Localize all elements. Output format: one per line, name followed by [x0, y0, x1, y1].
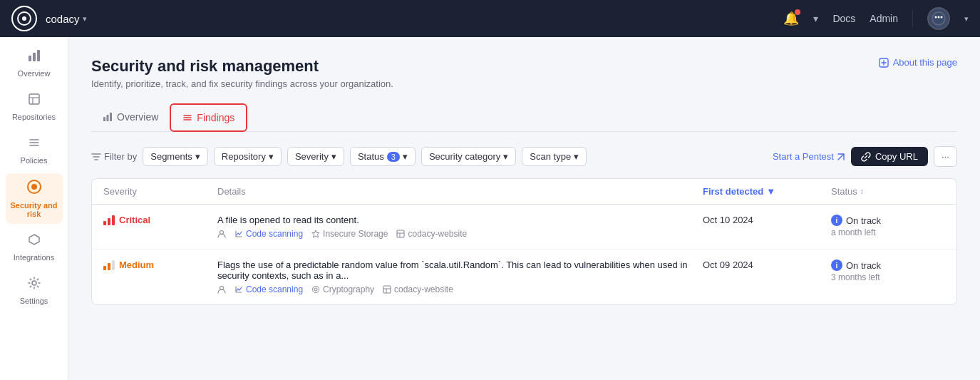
finding-meta: Code scanning Insecure Storage codacy-we…	[217, 229, 703, 239]
sidebar-item-integrations-label: Integrations	[14, 253, 54, 262]
avatar-chevron[interactable]: ▾	[964, 14, 969, 24]
integrations-icon	[27, 232, 41, 250]
tab-findings-label: Findings	[197, 112, 234, 123]
admin-link[interactable]: Admin	[870, 13, 898, 24]
copy-url-button[interactable]: Copy URL	[851, 147, 928, 166]
segments-chevron: ▾	[195, 151, 200, 162]
page-header: Security and risk management Identify, p…	[91, 57, 957, 89]
overview-icon	[27, 48, 41, 66]
findings-table: Severity Details First detected ▼ Status…	[91, 178, 957, 305]
repositories-icon	[27, 92, 41, 110]
sidebar-item-repositories-label: Repositories	[12, 113, 56, 121]
severity-cell: Critical	[103, 215, 217, 225]
status-info-text: 3 months left	[831, 272, 945, 282]
svg-point-16	[31, 184, 37, 190]
repo-label: codacy-website	[394, 284, 453, 294]
finding-title: Flags the use of a predictable random va…	[217, 260, 703, 281]
svg-point-3	[935, 16, 937, 19]
status-info-text: a month left	[831, 227, 945, 237]
tab-overview-label: Overview	[117, 111, 158, 123]
more-icon: ···	[942, 151, 949, 162]
security-category-chevron: ▾	[503, 151, 508, 162]
tab-findings[interactable]: Findings	[170, 103, 247, 132]
sidebar-item-settings-label: Settings	[20, 297, 48, 305]
policies-icon	[27, 135, 41, 153]
svg-point-17	[32, 281, 36, 285]
logo[interactable]	[11, 6, 37, 31]
meta-user	[217, 230, 226, 238]
details-cell: Flags the use of a predictable random va…	[217, 260, 703, 294]
status-chevron: ▾	[403, 151, 408, 162]
table-header: Severity Details First detected ▼ Status…	[92, 179, 956, 205]
status-info-icon: i	[831, 260, 842, 271]
scan-type-chevron: ▾	[574, 151, 579, 162]
sidebar-item-security-risk-label: Security and risk	[9, 201, 60, 218]
scan-type-filter[interactable]: Scan type ▾	[522, 147, 587, 166]
filter-by-label: Filter by	[91, 151, 137, 162]
navbar: codacy ▾ 🔔 ▾ Docs Admin ▾	[0, 0, 980, 37]
page-subtitle: Identify, prioritize, track, and fix sec…	[91, 78, 393, 89]
sidebar-item-security-risk[interactable]: Security and risk	[6, 173, 63, 224]
first-detected-column-header[interactable]: First detected ▼	[703, 186, 831, 197]
notifications-chevron[interactable]: ▾	[813, 13, 818, 24]
sidebar-item-overview[interactable]: Overview	[6, 43, 63, 83]
meta-scan-type[interactable]: Code scanning	[234, 284, 303, 294]
repository-chevron: ▾	[269, 151, 274, 162]
repository-filter[interactable]: Repository ▾	[214, 147, 282, 166]
status-sort-icon: ↕	[860, 188, 864, 195]
sidebar-item-policies[interactable]: Policies	[6, 130, 63, 170]
sidebar-item-integrations[interactable]: Integrations	[6, 227, 63, 267]
meta-repo: codacy-website	[396, 229, 467, 239]
category-label: Cryptography	[323, 284, 374, 294]
status-info-icon: i	[831, 215, 842, 226]
date-cell: Oct 09 2024	[703, 260, 831, 270]
user-avatar[interactable]	[927, 7, 950, 30]
meta-category: Insecure Storage	[311, 229, 388, 239]
about-page-link[interactable]: About this page	[879, 57, 957, 68]
sidebar-item-settings[interactable]: Settings	[6, 270, 63, 311]
sidebar-item-repositories[interactable]: Repositories	[6, 86, 63, 127]
navbar-actions: 🔔 ▾ Docs Admin ▾	[783, 7, 969, 30]
svg-rect-8	[37, 50, 40, 61]
security-category-filter[interactable]: Security category ▾	[421, 147, 516, 166]
svg-rect-9	[29, 94, 39, 104]
svg-point-4	[941, 16, 943, 19]
repo-label: codacy-website	[408, 229, 467, 239]
severity-filter[interactable]: Severity ▾	[287, 147, 344, 166]
severity-label: Medium	[119, 260, 154, 270]
table-row: Medium Flags the use of a predictable ra…	[92, 250, 956, 304]
status-badge: i On track	[831, 260, 945, 271]
meta-category: Cryptography	[311, 284, 374, 294]
filter-actions: Start a Pentest Copy URL ···	[773, 146, 957, 167]
more-options-button[interactable]: ···	[934, 146, 957, 167]
page-title-area: Security and risk management Identify, p…	[91, 57, 393, 89]
brand-name[interactable]: codacy ▾	[46, 13, 87, 25]
details-column-header[interactable]: Details	[217, 186, 703, 197]
severity-column-header[interactable]: Severity	[103, 186, 217, 197]
meta-scan-type[interactable]: Code scanning	[234, 229, 303, 239]
start-pentest-button[interactable]: Start a Pentest	[773, 151, 845, 162]
svg-point-5	[938, 16, 940, 19]
status-filter[interactable]: Status 3 ▾	[350, 147, 416, 166]
status-column-header[interactable]: Status ↕	[831, 186, 945, 197]
docs-link[interactable]: Docs	[832, 13, 855, 24]
category-label: Insecure Storage	[323, 229, 388, 239]
scan-type-link[interactable]: Code scanning	[246, 229, 303, 239]
tab-overview[interactable]: Overview	[91, 103, 170, 132]
svg-rect-19	[103, 117, 105, 121]
table-row: Critical A file is opened to read its co…	[92, 205, 956, 250]
notifications-button[interactable]: 🔔	[783, 11, 799, 26]
severity-bars-critical	[103, 215, 115, 225]
brand-chevron: ▾	[83, 14, 87, 24]
scan-type-link[interactable]: Code scanning	[246, 284, 303, 294]
segments-filter[interactable]: Segments ▾	[143, 147, 208, 166]
sidebar-item-policies-label: Policies	[21, 156, 48, 165]
severity-bars-medium	[103, 260, 115, 270]
main-content: Security and risk management Identify, p…	[68, 37, 980, 380]
status-badge: i On track	[831, 215, 945, 226]
tabs: Overview Findings	[91, 103, 957, 132]
finding-title: A file is opened to read its content.	[217, 215, 703, 225]
svg-rect-6	[29, 56, 31, 61]
status-label: On track	[846, 215, 881, 226]
filters-bar: Filter by Segments ▾ Repository ▾ Severi…	[91, 146, 957, 167]
